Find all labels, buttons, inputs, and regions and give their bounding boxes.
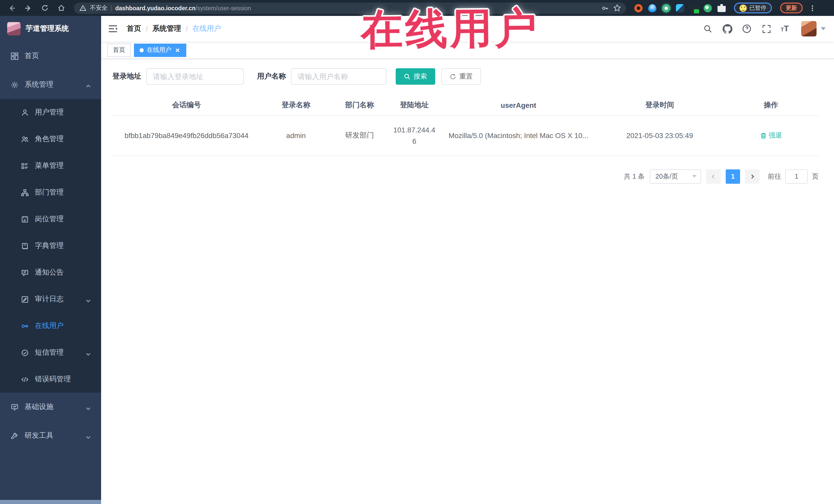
sidebar-item-devtools[interactable]: 研发工具 [0, 421, 101, 450]
sidebar-item-dict-mgmt[interactable]: 字典管理 [0, 233, 101, 259]
sessions-table: 会话编号 登录名称 部门名称 登陆地址 userAgent 登录时间 操作 bf… [112, 96, 819, 156]
back-icon[interactable] [5, 1, 19, 15]
active-dot [139, 48, 144, 52]
audit-log-icon [21, 295, 29, 303]
help-icon[interactable] [742, 24, 752, 34]
font-size-icon[interactable]: TT [781, 24, 789, 34]
logo-image [7, 22, 21, 36]
reset-button[interactable]: 重置 [441, 68, 481, 85]
cell-user-agent: Mozilla/5.0 (Macintosh; Intel Mac OS X 1… [441, 116, 596, 156]
sidebar-item-audit-log[interactable]: 审计日志 [0, 286, 101, 312]
sidebar-item-online-users[interactable]: 在线用户 [0, 312, 101, 339]
url-path: /system/user-session [196, 5, 251, 11]
home-icon[interactable] [54, 1, 68, 15]
pagination: 共 1 条 20条/页 1 前往 页 [112, 169, 819, 184]
profile-paused-chip[interactable]: 已暂停 [734, 3, 772, 13]
close-icon[interactable] [175, 47, 181, 53]
breadcrumb-separator: / [186, 25, 188, 33]
sidebar-item-notice[interactable]: 通知公告 [0, 259, 101, 286]
breadcrumb-separator: / [146, 25, 148, 33]
page-number-button[interactable]: 1 [726, 169, 740, 184]
sidebar-item-user-mgmt[interactable]: 用户管理 [0, 99, 101, 126]
forward-icon[interactable] [22, 1, 35, 15]
col-user-agent: userAgent [441, 96, 596, 116]
extensions-row [634, 4, 726, 12]
sidebar-item-label: 字典管理 [35, 241, 64, 250]
cell-actions: 强退 [723, 116, 819, 156]
user-icon [21, 108, 29, 116]
sidebar-item-home[interactable]: 首页 [0, 42, 101, 70]
address-bar[interactable]: 不安全 dashboard.yudao.iocoder.cn/system/us… [74, 2, 626, 14]
username-label: 用户名称 [257, 72, 286, 81]
page-size-select[interactable]: 20条/页 [650, 169, 701, 184]
navbar-actions: TT [703, 21, 826, 37]
chevron-down-icon [86, 404, 91, 410]
sidebar-item-infrastructure[interactable]: 基础设施 [0, 393, 101, 421]
tag-online-users[interactable]: 在线用户 [134, 43, 186, 57]
login-address-input[interactable] [146, 68, 244, 85]
search-icon [404, 73, 411, 80]
tag-label: 在线用户 [147, 46, 171, 54]
breadcrumb-home[interactable]: 首页 [127, 24, 141, 34]
sidebar-item-menu-mgmt[interactable]: 菜单管理 [0, 152, 101, 179]
trash-icon [760, 132, 767, 139]
prev-page-button[interactable] [706, 169, 721, 184]
sidebar-item-dept-mgmt[interactable]: 部门管理 [0, 179, 101, 206]
sidebar-item-role-mgmt[interactable]: 角色管理 [0, 126, 101, 152]
translate-extension-icon[interactable] [690, 4, 698, 12]
goto-page: 前往 页 [768, 169, 819, 184]
green-extension-icon[interactable] [704, 4, 712, 12]
github-icon[interactable] [722, 24, 732, 34]
infrastructure-icon [10, 403, 19, 411]
reset-button-label: 重置 [459, 72, 473, 81]
sidebar-item-error-code[interactable]: 错误码管理 [0, 366, 101, 393]
emoji-avatar-icon [740, 4, 747, 12]
divider [111, 5, 112, 11]
chevron-down-icon [86, 433, 91, 438]
force-logout-button[interactable]: 强退 [760, 131, 782, 140]
security-label[interactable]: 不安全 [90, 4, 108, 12]
sidebar-item-label: 基础设施 [25, 402, 53, 412]
kebab-menu-icon[interactable] [806, 1, 819, 15]
username-input[interactable] [291, 68, 387, 85]
tag-home[interactable]: 首页 [107, 43, 131, 57]
orange-extension-icon[interactable] [634, 4, 642, 12]
hamburger-icon[interactable] [107, 23, 118, 35]
org-tree-icon [21, 188, 29, 197]
drop-extension-icon[interactable] [648, 4, 656, 12]
sidebar-menu: 首页 系统管理 用户管理 角色管理 [0, 42, 101, 500]
extensions-puzzle-icon[interactable] [718, 4, 726, 12]
user-menu[interactable] [801, 21, 826, 37]
sidebar-item-label: 短信管理 [35, 348, 64, 357]
app-title: 芋道管理系统 [26, 24, 69, 34]
reload-icon[interactable] [38, 1, 51, 15]
online-users-icon [21, 322, 29, 330]
sidebar: 芋道管理系统 首页 系统管理 用户管理 [0, 16, 101, 504]
cell-dept-name: 研发部门 [331, 116, 388, 156]
sidebar-item-post-mgmt[interactable]: 岗位管理 [0, 206, 101, 233]
login-address-label: 登录地址 [112, 72, 141, 81]
key-icon[interactable] [601, 4, 609, 12]
next-page-button[interactable] [745, 169, 760, 184]
vue-devtools-icon[interactable] [662, 4, 670, 12]
sidebar-item-label: 研发工具 [25, 431, 53, 440]
table-row: bfbb1ab79ba849e49fb26ddb56a73044 admin 研… [112, 116, 819, 156]
avatar[interactable] [801, 21, 816, 37]
search-button[interactable]: 搜索 [396, 68, 435, 85]
url-text[interactable]: dashboard.yudao.iocoder.cn/system/user-s… [115, 5, 251, 11]
blue-extension-icon[interactable] [676, 4, 684, 12]
goto-page-input[interactable] [785, 169, 808, 184]
breadcrumb-system[interactable]: 系统管理 [152, 24, 181, 34]
announcement-icon [21, 268, 29, 277]
logo-row[interactable]: 芋道管理系统 [0, 16, 101, 42]
update-chip[interactable]: 更新 [780, 3, 803, 13]
bookmark-star-icon[interactable] [613, 4, 621, 12]
search-icon[interactable] [703, 24, 713, 34]
sidebar-item-sms-mgmt[interactable]: 短信管理 [0, 339, 101, 366]
sidebar-item-system[interactable]: 系统管理 [0, 70, 101, 99]
tags-view: 首页 在线用户 [101, 42, 834, 59]
col-session-id: 会话编号 [112, 96, 261, 116]
fullscreen-icon[interactable] [761, 24, 771, 34]
main-area: 首页 / 系统管理 / 在线用户 TT [101, 16, 834, 504]
page-content: 登录地址 用户名称 搜索 重置 [101, 59, 834, 184]
